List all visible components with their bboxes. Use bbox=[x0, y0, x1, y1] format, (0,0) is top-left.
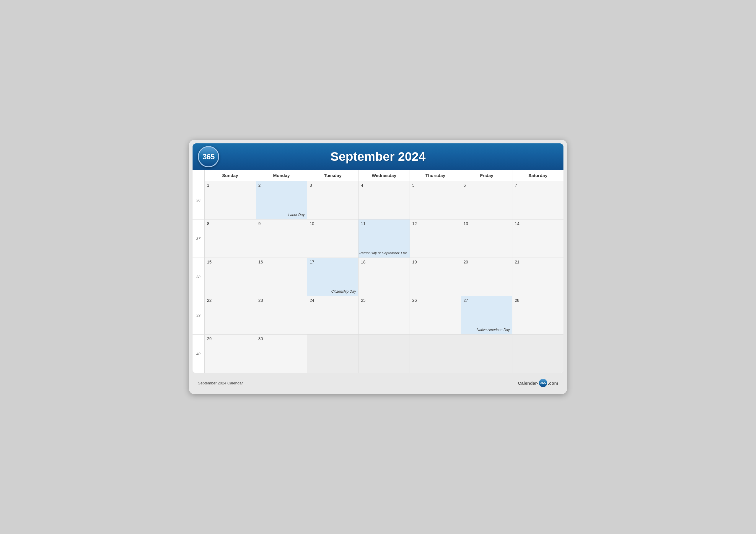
holiday-label: Patriot Day or September 11th bbox=[359, 251, 407, 255]
cal-cell-9: 9 bbox=[256, 219, 307, 258]
week-number: 37 bbox=[193, 219, 204, 258]
day-number: 15 bbox=[207, 260, 254, 264]
cal-cell-14: 14 bbox=[512, 219, 563, 258]
cal-cell-empty bbox=[307, 335, 358, 373]
day-header-sunday: Sunday bbox=[204, 170, 256, 181]
cal-cell-19: 19 bbox=[410, 258, 461, 296]
week-number: 40 bbox=[193, 335, 204, 373]
calendar-header: 365 September 2024 bbox=[193, 143, 563, 170]
cal-cell-2: 2Labor Day bbox=[256, 181, 307, 219]
cal-cell-12: 12 bbox=[410, 219, 461, 258]
day-number: 24 bbox=[310, 298, 356, 303]
holiday-label: Labor Day bbox=[288, 213, 305, 217]
cal-cell-11: 11Patriot Day or September 11th bbox=[358, 219, 410, 258]
cal-cell-28: 28 bbox=[512, 296, 563, 334]
cal-cell-27: 27Native American Day bbox=[461, 296, 512, 334]
day-number: 10 bbox=[310, 221, 356, 226]
day-header-friday: Friday bbox=[461, 170, 512, 181]
cal-cell-16: 16 bbox=[256, 258, 307, 296]
calendar-wrapper: 365 September 2024 SundayMondayTuesdayWe… bbox=[189, 140, 567, 394]
week-col-header bbox=[193, 170, 204, 181]
footer-brand-post: .com bbox=[548, 381, 558, 386]
day-header-tuesday: Tuesday bbox=[307, 170, 358, 181]
cal-cell-23: 23 bbox=[256, 296, 307, 334]
week-number: 39 bbox=[193, 296, 204, 334]
cal-cell-22: 22 bbox=[204, 296, 256, 334]
footer-brand-badge: 365 bbox=[539, 379, 547, 387]
day-header-wednesday: Wednesday bbox=[358, 170, 410, 181]
day-number: 12 bbox=[412, 221, 459, 226]
day-number: 19 bbox=[412, 260, 459, 264]
day-number: 2 bbox=[258, 183, 305, 188]
day-number: 8 bbox=[207, 221, 254, 226]
week-number: 38 bbox=[193, 258, 204, 296]
day-number: 1 bbox=[207, 183, 254, 188]
footer-brand-pre: Calendar- bbox=[518, 381, 538, 386]
day-number: 21 bbox=[515, 260, 561, 264]
cal-cell-8: 8 bbox=[204, 219, 256, 258]
calendar-row: 38151617Citizenship Day18192021 bbox=[193, 258, 563, 296]
calendar-row: 37891011Patriot Day or September 11th121… bbox=[193, 219, 563, 258]
logo-badge: 365 bbox=[198, 146, 219, 167]
calendar-row: 402930 bbox=[193, 335, 563, 373]
calendar-row: 39222324252627Native American Day28 bbox=[193, 296, 563, 335]
calendar-grid: 3612Labor Day3456737891011Patriot Day or… bbox=[193, 181, 563, 373]
cal-cell-20: 20 bbox=[461, 258, 512, 296]
cal-cell-21: 21 bbox=[512, 258, 563, 296]
day-number: 9 bbox=[258, 221, 305, 226]
day-header-monday: Monday bbox=[256, 170, 307, 181]
calendar-body: SundayMondayTuesdayWednesdayThursdayFrid… bbox=[193, 170, 563, 373]
day-headers-row: SundayMondayTuesdayWednesdayThursdayFrid… bbox=[193, 170, 563, 181]
cal-cell-7: 7 bbox=[512, 181, 563, 219]
cal-cell-15: 15 bbox=[204, 258, 256, 296]
cal-cell-empty bbox=[512, 335, 563, 373]
cal-cell-6: 6 bbox=[461, 181, 512, 219]
cal-cell-29: 29 bbox=[204, 335, 256, 373]
holiday-label: Native American Day bbox=[477, 328, 510, 332]
day-number: 20 bbox=[464, 260, 510, 264]
cal-cell-1: 1 bbox=[204, 181, 256, 219]
cal-cell-18: 18 bbox=[358, 258, 410, 296]
cal-cell-25: 25 bbox=[358, 296, 410, 334]
cal-cell-4: 4 bbox=[358, 181, 410, 219]
day-number: 11 bbox=[361, 221, 407, 226]
day-number: 23 bbox=[258, 298, 305, 303]
day-number: 17 bbox=[310, 260, 356, 264]
day-number: 4 bbox=[361, 183, 407, 188]
day-number: 16 bbox=[258, 260, 305, 264]
calendar-title: September 2024 bbox=[331, 150, 425, 164]
day-header-thursday: Thursday bbox=[410, 170, 461, 181]
day-number: 7 bbox=[515, 183, 561, 188]
day-number: 6 bbox=[464, 183, 510, 188]
day-number: 3 bbox=[310, 183, 356, 188]
cal-cell-17: 17Citizenship Day bbox=[307, 258, 358, 296]
cal-cell-empty bbox=[461, 335, 512, 373]
cal-cell-empty bbox=[410, 335, 461, 373]
holiday-label: Citizenship Day bbox=[331, 290, 356, 293]
day-number: 25 bbox=[361, 298, 407, 303]
cal-cell-3: 3 bbox=[307, 181, 358, 219]
calendar-footer: September 2024 Calendar Calendar- 365 .c… bbox=[193, 375, 563, 391]
cal-cell-empty bbox=[358, 335, 410, 373]
day-number: 29 bbox=[207, 336, 254, 341]
cal-cell-13: 13 bbox=[461, 219, 512, 258]
day-number: 13 bbox=[464, 221, 510, 226]
cal-cell-26: 26 bbox=[410, 296, 461, 334]
day-number: 22 bbox=[207, 298, 254, 303]
day-number: 27 bbox=[464, 298, 510, 303]
cal-cell-5: 5 bbox=[410, 181, 461, 219]
day-number: 28 bbox=[515, 298, 561, 303]
day-number: 26 bbox=[412, 298, 459, 303]
day-number: 30 bbox=[258, 336, 305, 341]
calendar-row: 3612Labor Day34567 bbox=[193, 181, 563, 219]
week-number: 36 bbox=[193, 181, 204, 219]
day-number: 14 bbox=[515, 221, 561, 226]
cal-cell-10: 10 bbox=[307, 219, 358, 258]
day-number: 18 bbox=[361, 260, 407, 264]
cal-cell-30: 30 bbox=[256, 335, 307, 373]
day-number: 5 bbox=[412, 183, 459, 188]
cal-cell-24: 24 bbox=[307, 296, 358, 334]
day-header-saturday: Saturday bbox=[512, 170, 563, 181]
footer-caption: September 2024 Calendar bbox=[198, 381, 243, 385]
footer-brand: Calendar- 365 .com bbox=[518, 379, 558, 387]
